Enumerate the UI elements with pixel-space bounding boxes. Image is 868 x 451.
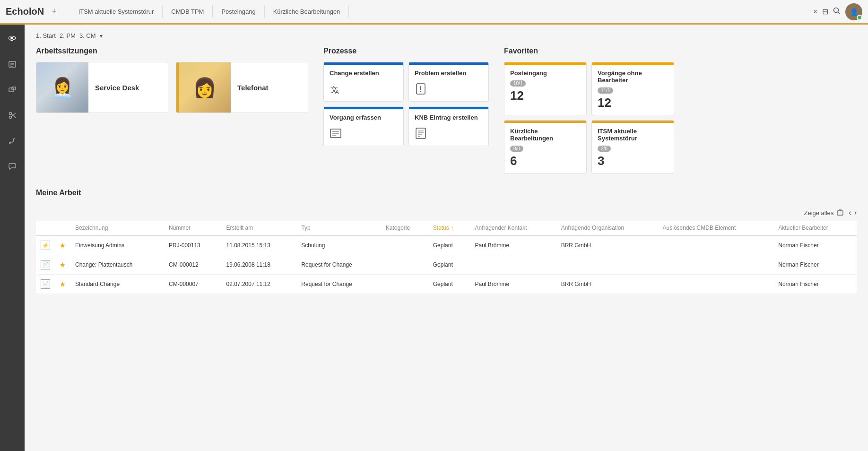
favorit-count-itsm: 3: [598, 154, 668, 168]
main-content: 1. Start 2. PM 3. CM ▾ Arbeitssitzungen …: [25, 25, 868, 451]
favorit-card-kuerzliche[interactable]: Kürzliche Bearbeitungen 0/0 6: [504, 120, 587, 173]
sidebar-item-wrench[interactable]: [4, 132, 21, 149]
col-typ[interactable]: Typ: [296, 221, 381, 235]
tab-itsm[interactable]: ITSM aktuelle Systemstörur: [70, 5, 163, 18]
sidebar-item-scissors[interactable]: [4, 107, 21, 124]
prozess-icon-knb: [415, 126, 483, 141]
breadcrumb-pm[interactable]: 2. PM: [60, 32, 76, 39]
col-star: [55, 221, 70, 235]
add-button[interactable]: +: [52, 7, 57, 17]
search-button[interactable]: [833, 7, 841, 17]
next-arrow[interactable]: ›: [854, 208, 857, 217]
prozess-card-change[interactable]: Change erstellen 文 A: [323, 62, 404, 102]
favorit-body-vorgaenge: Vorgänge ohne Bearbeiter 11/1 12: [592, 65, 674, 115]
favorit-badge-itsm: 2/0: [598, 146, 611, 152]
topbar-actions: × ⊟ 👤: [813, 3, 862, 20]
row-kategorie: [381, 235, 428, 255]
row-erstellt: 02.07.2007 11:12: [222, 275, 297, 294]
col-status[interactable]: Status ↑: [428, 221, 470, 235]
row-cmdb: [658, 235, 774, 255]
favorit-badge-vorgaenge: 11/1: [598, 87, 613, 94]
tab-posteingang[interactable]: Posteingang: [213, 5, 264, 18]
col-erstellt[interactable]: Erstellt am: [222, 221, 297, 235]
favorit-badge-kuerzliche: 0/0: [510, 146, 523, 152]
table-row[interactable]: 📄 ★ Standard Change CM-000007 02.07.2007…: [36, 275, 857, 294]
favorit-title-posteingang: Posteingang: [510, 69, 581, 77]
sidebar-item-eye[interactable]: 👁: [4, 30, 21, 47]
meine-arbeit-table: Bezeichnung Nummer Erstellt am Typ Kateg…: [36, 221, 857, 294]
row-kontakt: Paul Brömme: [470, 275, 556, 294]
star-icon-1[interactable]: ★: [60, 261, 66, 269]
session-card-servicedesk[interactable]: Service Desk: [36, 62, 168, 113]
session-card-telefonat[interactable]: Telefonat: [176, 62, 308, 113]
zeige-alles-label: Zeige alles: [804, 209, 833, 217]
favorit-body-itsm: ITSM aktuelle Systemstörur 2/0 3: [592, 123, 674, 173]
star-icon-0[interactable]: ★: [60, 242, 66, 249]
breadcrumb-start[interactable]: 1. Start: [36, 32, 56, 39]
row-bezeichnung: Einweisung Admins: [70, 235, 164, 255]
row-kategorie: [381, 255, 428, 275]
row-kontakt: Paul Brömme: [470, 235, 556, 255]
prozess-icon-change: 文 A: [330, 81, 398, 96]
favorit-card-itsm[interactable]: ITSM aktuelle Systemstörur 2/0 3: [591, 120, 674, 173]
type-icon-2: 📄: [41, 279, 50, 289]
col-anfragende-org[interactable]: Anfragende Organisation: [556, 221, 658, 235]
section-arbeitssitzungen: Arbeitssitzungen Service Desk Telefon: [36, 47, 308, 113]
row-type-icon: 📄: [36, 275, 55, 294]
sidebar-item-tag[interactable]: [4, 81, 21, 98]
favorit-body-posteingang: Posteingang 10/1 12: [504, 65, 586, 108]
prozess-icon-problem: [415, 81, 483, 96]
tab-cmdb[interactable]: CMDB TPM: [163, 5, 213, 18]
close-button[interactable]: ×: [813, 8, 817, 16]
col-kategorie[interactable]: Kategorie: [381, 221, 428, 235]
col-cmdb[interactable]: Auslösendes CMDB Element: [658, 221, 774, 235]
row-star[interactable]: ★: [55, 235, 70, 255]
type-icon-1: 📄: [41, 260, 50, 269]
breadcrumb-cm[interactable]: 3. CM: [79, 32, 96, 39]
top-sections: Arbeitssitzungen Service Desk Telefon: [36, 47, 857, 173]
favorit-count-vorgaenge: 12: [598, 95, 668, 110]
prozess-title-knb: KNB Eintrag erstellen: [415, 114, 483, 121]
row-erstellt: 11.08.2015 15:13: [222, 235, 297, 255]
sidebar: 👁: [0, 25, 25, 451]
zeige-alles-btn[interactable]: Zeige alles: [804, 209, 844, 217]
favorit-card-vorgaenge[interactable]: Vorgänge ohne Bearbeiter 11/1 12: [591, 62, 674, 115]
prozess-body-knb: KNB Eintrag erstellen: [409, 109, 488, 146]
row-nummer: CM-000012: [164, 255, 221, 275]
prozesse-title: Prozesse: [323, 47, 489, 55]
row-star[interactable]: ★: [55, 255, 70, 275]
breadcrumb: 1. Start 2. PM 3. CM ▾: [36, 32, 857, 39]
table-row[interactable]: 📄 ★ Change: Plattentausch CM-000012 19.0…: [36, 255, 857, 275]
zeige-alles-icon: [836, 209, 844, 217]
minimize-button[interactable]: ⊟: [822, 7, 828, 16]
table-body: ⚡ ★ Einweisung Admins PRJ-000113 11.08.2…: [36, 235, 857, 294]
avatar[interactable]: 👤: [845, 3, 862, 20]
prozess-card-vorgang[interactable]: Vorgang erfassen: [323, 106, 404, 146]
table-row[interactable]: ⚡ ★ Einweisung Admins PRJ-000113 11.08.2…: [36, 235, 857, 255]
row-star[interactable]: ★: [55, 275, 70, 294]
svg-line-1: [838, 12, 840, 14]
section-prozesse: Prozesse Change erstellen 文 A: [323, 47, 489, 146]
prozess-card-problem[interactable]: Problem erstellen: [408, 62, 489, 102]
sidebar-item-clipboard[interactable]: [4, 56, 21, 73]
col-bearbeiter[interactable]: Aktueller Bearbeiter: [773, 221, 857, 235]
svg-rect-27: [837, 211, 843, 215]
row-bearbeiter: Norman Fischer: [773, 235, 857, 255]
row-organisation: [556, 255, 658, 275]
session-img-servicedesk: [36, 62, 88, 113]
prev-arrow[interactable]: ‹: [849, 208, 851, 217]
sidebar-item-chat[interactable]: [4, 158, 21, 175]
breadcrumb-chevron[interactable]: ▾: [100, 33, 103, 39]
prozess-title-vorgang: Vorgang erfassen: [330, 114, 398, 121]
col-nummer[interactable]: Nummer: [164, 221, 221, 235]
col-bezeichnung[interactable]: Bezeichnung: [70, 221, 164, 235]
topbar-tabs: ITSM aktuelle Systemstörur CMDB TPM Post…: [70, 5, 807, 18]
favorit-card-posteingang[interactable]: Posteingang 10/1 12: [504, 62, 587, 115]
star-icon-2[interactable]: ★: [60, 280, 66, 288]
prozess-card-knb[interactable]: KNB Eintrag erstellen: [408, 106, 489, 146]
col-anfragender-kontakt[interactable]: Anfragender Kontakt: [470, 221, 556, 235]
tab-kuerzliche[interactable]: Kürzliche Bearbeitungen: [265, 5, 349, 18]
favorit-body-kuerzliche: Kürzliche Bearbeitungen 0/0 6: [504, 123, 586, 173]
row-erstellt: 19.06.2008 11:18: [222, 255, 297, 275]
svg-point-17: [420, 91, 421, 92]
